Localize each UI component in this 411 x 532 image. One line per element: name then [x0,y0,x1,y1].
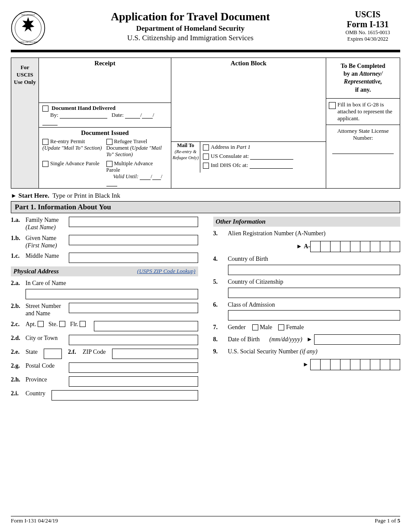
uscis-use-only-grid: For USCIS Use Only Receipt Document Hand… [11,58,400,189]
valid-mm[interactable] [140,173,151,180]
given-name-field[interactable] [69,235,198,245]
other-info-header: Other Information [213,217,401,227]
ssn-field[interactable] [310,359,400,370]
title-block: Application for Travel Document Departme… [45,9,335,43]
intl-dhs-field[interactable] [250,162,293,169]
g28-row: Fill in box if G-28 is attached to repre… [326,99,400,125]
attorney-col: To Be Completed by an Attorney/ Represen… [326,58,400,188]
dob-field[interactable] [314,334,400,345]
date-dd[interactable] [142,112,153,119]
intl-dhs-checkbox[interactable] [203,163,209,169]
action-block-header: Action Block [171,58,326,142]
by-field[interactable] [60,112,107,119]
valid-dd[interactable] [152,173,161,180]
middle-name-field[interactable] [69,253,198,263]
unit-number-field[interactable] [94,321,198,331]
start-here-line: ► Start Here. Type or Print in Black Ink [11,192,400,199]
svg-text:HOMELAND SECURITY: HOMELAND SECURITY [19,41,38,43]
mail-to-options: Address in Part 1 US Consulate at: Intl … [200,142,326,173]
mail-to-label: Mail To (Re-entry & Refugee Only) [171,142,200,173]
physical-address-header: Physical Address (USPS ZIP Code Lookup) [11,266,198,276]
addr-part1-checkbox[interactable] [203,144,209,151]
g28-checkbox[interactable] [329,102,336,109]
mail-to-section: Mail To (Re-entry & Refugee Only) Addres… [171,142,326,173]
valid-yy[interactable] [106,180,117,186]
country-citizen-field[interactable] [228,288,401,298]
left-form-col: 1.a. Family Name(Last Name) 1.b. Given N… [11,217,198,404]
postal-field[interactable] [69,362,198,373]
triangle-icon: ► [303,361,309,368]
country-field[interactable] [51,390,198,401]
for-uscis-label: For USCIS Use Only [11,58,39,188]
form-body: 1.a. Family Name(Last Name) 1.b. Given N… [11,217,400,404]
date-yy[interactable] [42,119,58,125]
country-birth-field[interactable] [228,265,401,275]
form-header: DEPARTMENT HOMELAND SECURITY Application… [11,9,400,45]
license-number-field[interactable] [332,154,394,154]
attorney-license-cell: Attorney State License Number: [326,125,400,159]
triangle-icon: ► [11,192,17,199]
attorney-title: To Be Completed by an Attorney/ Represen… [326,58,400,99]
receipt-header: Receipt [39,58,171,103]
male-checkbox[interactable] [252,324,258,330]
action-block-col: Action Block Mail To (Re-entry & Refugee… [171,58,326,188]
document-issued-cell: Document Issued Re-entry Permit (Update … [39,128,171,188]
triangle-icon: ► [296,243,302,250]
date-mm[interactable] [125,112,140,119]
expires-date: Expires 04/30/2022 [335,36,400,42]
part1-header: Part 1. Information About You [11,201,400,213]
street-field[interactable] [69,303,198,313]
form-id-block: USCIS Form I-131 OMB No. 1615-0013 Expir… [335,10,400,42]
right-form-col: Other Information 3. Alien Registration … [213,217,401,404]
female-checkbox[interactable] [278,324,284,330]
triangle-icon: ► [307,336,313,343]
ste-checkbox[interactable] [59,321,65,327]
state-field[interactable] [44,349,62,359]
multi-parole-checkbox[interactable] [106,161,112,167]
form-number: Form I-131 [335,19,400,29]
zip-field[interactable] [112,349,198,359]
zip-lookup-link[interactable]: (USPS ZIP Code Lookup) [137,268,195,275]
agency: U.S. Citizenship and Immigration Service… [45,34,335,42]
uscis-label: USCIS [335,10,400,19]
dhs-seal-icon: DEPARTMENT HOMELAND SECURITY [11,11,45,45]
omb-number: OMB No. 1615-0013 [335,29,400,36]
in-care-of-field[interactable] [26,289,198,299]
hand-delivered-checkbox[interactable] [42,106,48,112]
refugee-checkbox[interactable] [106,139,112,145]
header-rule [11,50,400,52]
apt-checkbox[interactable] [38,321,44,327]
department: Department of Homeland Security [45,24,335,33]
family-name-field[interactable] [69,217,198,227]
class-admission-field[interactable] [228,310,401,320]
form-title: Application for Travel Document [45,10,335,23]
svg-text:DEPARTMENT: DEPARTMENT [21,14,35,16]
consulate-field[interactable] [250,153,293,160]
doc-issued-header: Document Issued [42,129,167,137]
province-field[interactable] [69,376,198,387]
a-number-field[interactable] [310,241,400,252]
single-parole-checkbox[interactable] [42,161,48,167]
reentry-checkbox[interactable] [42,139,48,145]
left-admin-col: Receipt Document Hand Delivered By: Date… [39,58,171,188]
doc-hand-delivered: Document Hand Delivered By: Date: // [39,103,171,128]
us-consulate-checkbox[interactable] [203,154,209,160]
flr-checkbox[interactable] [80,321,86,327]
city-field[interactable] [69,335,198,345]
